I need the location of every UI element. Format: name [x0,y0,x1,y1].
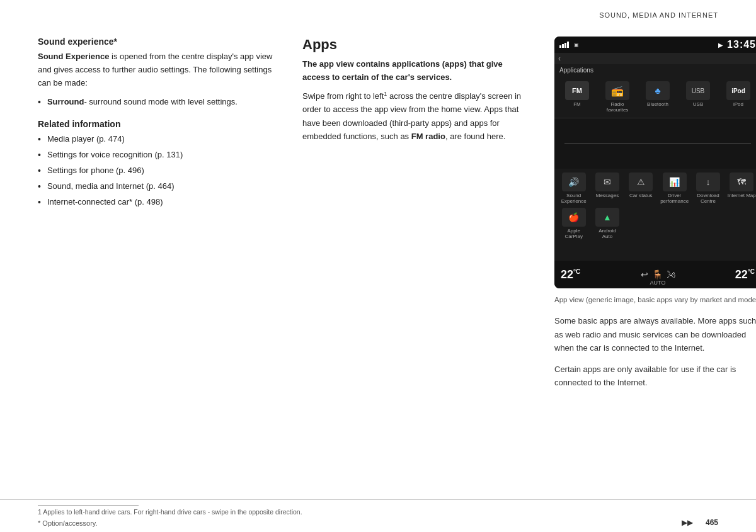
apps-body-3: , are found here. [445,132,505,141]
app-android-auto[interactable]: ▲ AndroidAuto [591,208,624,239]
surround-text: - surround sound mode with level setting… [84,96,238,109]
screen-app-row-2: 🍎 AppleCarPlay ▲ AndroidAuto [557,208,756,239]
footer-bottom: * Option/accessory. ▶▶ 465 [38,518,718,527]
network-label: ▣ [574,42,579,48]
app-driver-label: Driverperformance [660,193,689,204]
app-download-label: DownloadCentre [697,193,719,204]
screen-app-row-1: 🔊 SoundExperience ✉ Messages ⚠ Car statu… [557,173,756,204]
app-sound-exp[interactable]: 🔊 SoundExperience [558,173,590,204]
sound-bullets: Surround - surround sound mode with leve… [38,96,277,109]
app-icon-ipod: iPod [726,81,750,100]
apps-body: Swipe from right to left1 across the cen… [302,89,529,144]
app-icon-car: ⚠ [629,173,653,191]
app-bluetooth[interactable]: ♣ Bluetooth [641,81,674,113]
app-ipod[interactable]: iPod iPod [722,81,755,113]
app-icon-sound: 🔊 [562,173,586,191]
app-carplay[interactable]: 🍎 AppleCarPlay [558,208,590,239]
apps-fm-bold: FM radio [411,132,445,141]
app-icon-messages: ✉ [595,173,619,191]
car-screen: ▣ ▶ 13:45 ‹ Applications FM FM 📻 Ra [554,37,756,288]
app-icon-android: ▲ [595,208,619,227]
page-footer: 1 Applies to left-hand drive cars. For r… [0,499,756,532]
app-icon-download: ↓ [696,173,720,191]
app-sound-label: SoundExperience [561,193,587,204]
sound-experience-title: Sound experience* [38,37,277,47]
app-ipod-label: iPod [733,101,743,107]
related-link-5[interactable]: Internet-connected car* (p. 498) [38,196,277,209]
screen-apps-label: Applications [554,64,756,76]
app-icon-map: 🗺 [730,173,753,191]
signal-bar-4 [567,42,569,48]
screen-mid-section [554,118,756,169]
sound-experience-bold: Sound Experience [38,52,109,61]
screen-divider [564,143,750,144]
right-body-para2: Certain apps are only available for use … [554,363,756,390]
seat-icon: 🪑 [652,269,663,280]
app-fm-label: FM [573,101,581,107]
page-number: 465 [706,518,718,527]
app-bt-label: Bluetooth [647,101,668,107]
footer-right: ▶▶ 465 [682,518,718,527]
app-radio-label: Radiofavourites [607,101,629,113]
image-caption: App view (generic image, basic apps vary… [554,295,756,305]
screen-app-grid-bottom: 🔊 SoundExperience ✉ Messages ⚠ Car statu… [554,169,756,247]
app-usb[interactable]: USB USB [682,81,714,113]
apps-body-1: Swipe from right to left [302,91,384,101]
related-info-title: Related information [38,119,277,129]
app-android-label: AndroidAuto [598,228,616,239]
auto-label: AUTO [650,280,666,286]
app-carplay-label: AppleCarPlay [564,228,582,239]
app-driver-perf[interactable]: 📊 Driverperformance [658,173,691,204]
app-messages[interactable]: ✉ Messages [591,173,624,204]
middle-column: Apps The app view contains applications … [302,37,529,397]
app-icon-carplay: 🍎 [562,208,586,227]
screen-topbar: ▣ ▶ 13:45 [554,37,756,53]
app-fm[interactable]: FM FM [561,81,593,113]
app-car-status[interactable]: ⚠ Car status [624,173,657,204]
screen-status-icons: ↩ 🪑 🌬 [641,269,675,280]
temp-right: 22°C [735,268,755,281]
related-link-4[interactable]: Sound, media and Internet (p. 464) [38,180,277,193]
related-links-list: Media player (p. 474) Settings for voice… [38,133,277,209]
app-icon-usb: USB [686,81,710,100]
header-title: SOUND, MEDIA AND INTERNET [599,11,718,19]
apps-lead: The app view contains applications (apps… [302,58,529,84]
related-link-3[interactable]: Settings for phone (p. 496) [38,164,277,178]
app-download-centre[interactable]: ↓ DownloadCentre [692,173,724,204]
surround-bold: Surround [47,96,84,109]
related-link-2[interactable]: Settings for voice recognition (p. 131) [38,149,277,162]
app-internet-map[interactable]: 🗺 Internet Map [725,173,756,204]
sound-experience-intro: Sound Experience is opened from the cent… [38,50,277,89]
option-note: * Option/accessory. [38,519,98,527]
bullet-surround: Surround - surround sound mode with leve… [38,96,277,109]
ventilation-icon: ↩ [641,269,648,280]
page-content: Sound experience* Sound Experience is op… [0,24,756,397]
screen-nav-arrow[interactable]: ‹ [554,53,756,64]
footnote-text: 1 Applies to left-hand drive cars. For r… [38,508,718,516]
signal-bar-2 [562,44,564,48]
app-radio-fav[interactable]: 📻 Radiofavourites [601,81,634,113]
signal-bar-1 [559,45,561,48]
app-messages-label: Messages [596,193,619,198]
signal-bar-3 [564,43,566,48]
app-icon-bt: ♣ [646,81,670,100]
left-column: Sound experience* Sound Experience is op… [38,37,277,397]
right-body-para1: Some basic apps are always available. Mo… [554,314,756,354]
app-icon-driver: 📊 [663,173,687,191]
fan-icon: 🌬 [667,269,675,280]
screen-statusbar: 22°C ↩ 🪑 🌬 22°C AUTO [554,261,756,288]
right-column: ▣ ▶ 13:45 ‹ Applications FM FM 📻 Ra [554,37,756,397]
play-icon: ▶ [718,42,723,48]
app-icon-fm: FM [565,81,589,100]
footnote-divider [38,505,139,506]
apps-title: Apps [302,37,529,53]
page-header: SOUND, MEDIA AND INTERNET [0,0,756,24]
app-map-label: Internet Map [728,193,756,198]
temp-left: 22°C [561,268,580,281]
related-link-1[interactable]: Media player (p. 474) [38,133,277,146]
app-icon-radio: 📻 [605,81,629,100]
screen-topbar-right: ▶ 13:45 [718,39,756,50]
app-car-label: Car status [629,193,652,198]
screen-signal: ▣ [559,42,579,48]
nav-arrows[interactable]: ▶▶ [682,518,693,527]
